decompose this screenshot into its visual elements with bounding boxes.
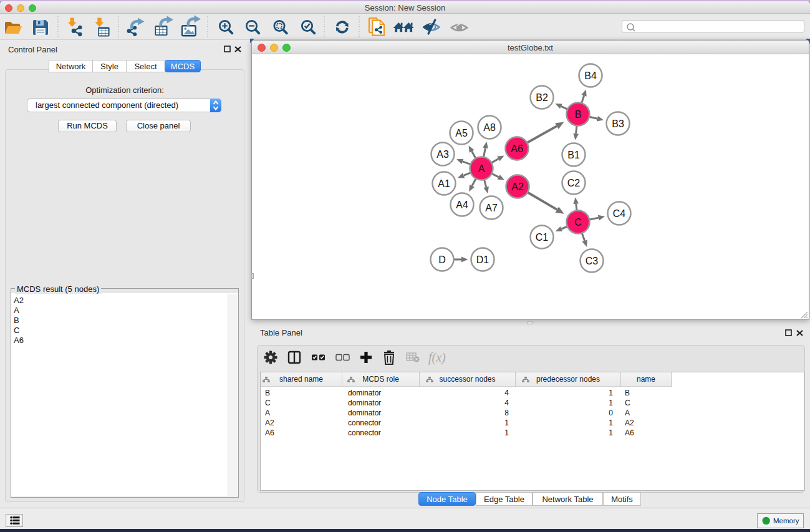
svg-text:A3: A3 (436, 149, 449, 160)
svg-text:f(x): f(x) (428, 351, 446, 365)
svg-text:A2: A2 (511, 181, 524, 192)
svg-text:A7: A7 (485, 203, 498, 213)
svg-text:A6: A6 (511, 143, 523, 154)
svg-text:A5: A5 (455, 128, 468, 138)
svg-text:B3: B3 (612, 118, 624, 129)
svg-text:B2: B2 (536, 92, 548, 103)
svg-text:A8: A8 (483, 122, 496, 133)
svg-text:C4: C4 (613, 208, 626, 219)
svg-text:A: A (478, 163, 485, 174)
svg-text:D: D (438, 254, 446, 265)
svg-text:D1: D1 (476, 254, 489, 265)
svg-text:C2: C2 (567, 178, 581, 188)
svg-text:C3: C3 (586, 256, 599, 266)
svg-text:B4: B4 (584, 70, 597, 81)
svg-text:A4: A4 (456, 200, 468, 210)
svg-text:C: C (574, 217, 582, 228)
svg-text:B: B (575, 109, 582, 120)
svg-text:A1: A1 (438, 178, 450, 189)
svg-text:B1: B1 (567, 150, 580, 160)
svg-text:C1: C1 (536, 232, 549, 243)
